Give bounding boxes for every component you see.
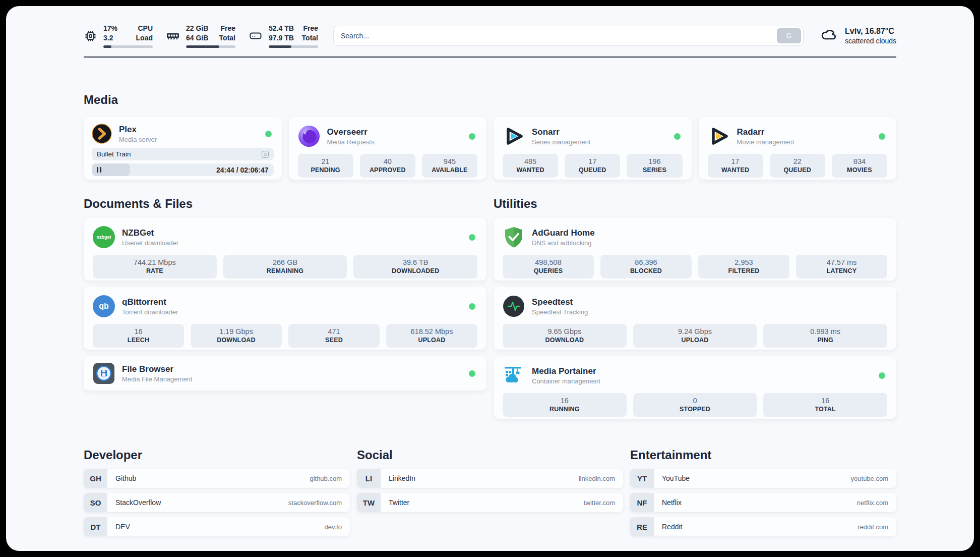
nzbget-icon: nzbget [93, 226, 115, 248]
stat-pill: 945 AVAILABLE [422, 154, 477, 178]
app-name: Speedtest [532, 297, 887, 307]
link-stackoverflow[interactable]: SO StackOverflow stackoverflow.com [84, 493, 350, 512]
link-abbr: GH [84, 469, 107, 488]
status-dot [265, 131, 272, 137]
app-card-qbittorrent[interactable]: qb qBittorrent Torrent downloader [84, 287, 486, 350]
stat-pill: 498,508 QUERIES [503, 255, 594, 278]
link-youtube[interactable]: YT YouTube youtube.com [630, 469, 896, 488]
link-name: StackOverflow [115, 498, 161, 507]
app-subtitle: Series management [532, 138, 667, 146]
app-name: AdGuard Home [532, 228, 887, 238]
app-name: NZBGet [122, 228, 462, 238]
stat-pill: 9.24 Gbps UPLOAD [633, 324, 757, 348]
stat-pill: 40 APPROVED [360, 154, 415, 178]
stat-pill: 0.993 ms PING [763, 324, 887, 348]
stat-pill: 618.52 Mbps UPLOAD [386, 324, 477, 348]
link-netflix[interactable]: NF Netflix netflix.com [630, 493, 896, 512]
link-abbr: SO [84, 493, 107, 512]
section-title-developer: Developer [84, 448, 350, 462]
now-playing-icon[interactable] [262, 151, 269, 158]
link-abbr: RE [630, 517, 654, 536]
link-url: reddit.com [858, 523, 888, 531]
app-subtitle: Usenet downloader [122, 239, 462, 247]
link-linkedin[interactable]: LI LinkedIn linkedin.com [357, 469, 623, 488]
stat-pill: 485 WANTED [503, 154, 558, 178]
disk-icon [249, 29, 263, 43]
app-card-sonarr[interactable]: Sonarr Series management 485 WANTED 17 Q… [494, 117, 692, 180]
link-github[interactable]: GH Github github.com [84, 469, 350, 488]
pause-button[interactable] [97, 167, 101, 173]
search-engine-button[interactable]: G [777, 28, 801, 43]
stat-pill: 266 GB REMAINING [223, 255, 347, 278]
app-card-plex[interactable]: Plex Media server Bullet Train 24:44 / 0… [84, 117, 282, 180]
link-url: youtube.com [851, 475, 888, 482]
app-subtitle: Movie management [737, 138, 872, 146]
app-card-radarr[interactable]: Radarr Movie management 17 WANTED 22 QUE… [699, 117, 897, 180]
radarr-icon [708, 125, 730, 147]
portainer-icon [503, 364, 525, 386]
app-name: Plex [119, 124, 258, 135]
app-card-overseerr[interactable]: Overseerr Media Requests 21 PENDING 40 A… [289, 117, 487, 180]
weather-summary: Lviv, 16.87°C [845, 27, 896, 36]
app-card-portainer[interactable]: Media Portainer Container management 16 … [494, 356, 896, 419]
link-url: linkedin.com [579, 475, 615, 482]
stat-pill: 47.57 ms LATENCY [796, 255, 887, 278]
app-card-nzbget[interactable]: nzbget NZBGet Usenet downloader 74 [84, 218, 486, 281]
link-name: YouTube [662, 474, 690, 482]
link-twitter[interactable]: TW Twitter twitter.com [357, 493, 623, 512]
link-name: Reddit [662, 523, 682, 531]
utilities-column: Utilities [494, 197, 896, 419]
stat-pill: 21 PENDING [298, 154, 353, 178]
now-playing-title: Bullet Train [97, 150, 131, 158]
entertainment-section: Entertainment YT YouTube youtube.com NF … [630, 448, 896, 536]
header-divider [84, 57, 896, 58]
sonarr-icon [503, 125, 525, 147]
stat-pill: 196 SERIES [627, 154, 682, 178]
playback-progress-bar[interactable]: 24:44 / 02:06:47 [92, 163, 274, 176]
link-abbr: TW [357, 493, 381, 512]
stat-pill: 471 SEED [288, 324, 380, 348]
speedtest-icon [503, 295, 525, 317]
search-input[interactable] [333, 26, 804, 46]
app-card-speedtest[interactable]: Speedtest Speedtest Tracking 9.65 Gbps D… [494, 287, 896, 350]
system-stats: 17% 3.2 CPU Load [84, 24, 318, 47]
stat-pill: 744.21 Mbps RATE [93, 255, 217, 278]
app-card-filebrowser[interactable]: File Browser Media File Management [84, 356, 486, 391]
link-dev[interactable]: DT DEV dev.to [84, 517, 350, 536]
link-name: Twitter [389, 498, 409, 507]
cpu-values: 17% 3.2 [103, 24, 117, 42]
weather-widget[interactable]: Lviv, 16.87°C scattered clouds [819, 25, 896, 47]
stat-pill: 2,953 FILTERED [698, 255, 789, 278]
playback-time: 24:44 / 02:06:47 [216, 166, 269, 174]
link-url: netflix.com [857, 499, 888, 507]
link-reddit[interactable]: RE Reddit reddit.com [630, 517, 896, 536]
ram-values: 22 GiB 64 GiB [186, 24, 208, 42]
app-subtitle: Torrent downloader [122, 308, 462, 316]
cpu-labels: CPU Load [136, 24, 153, 42]
qbittorrent-icon: qb [93, 295, 115, 317]
status-dot [469, 133, 475, 140]
cloud-icon [819, 25, 839, 47]
link-name: Github [115, 474, 136, 482]
app-subtitle: Speedtest Tracking [532, 308, 887, 316]
status-dot [674, 133, 681, 140]
link-abbr: LI [357, 469, 381, 488]
link-name: LinkedIn [389, 474, 415, 482]
filebrowser-icon [93, 362, 115, 384]
disk-progress-bar [269, 45, 318, 48]
disk-labels: Free Total [302, 24, 318, 42]
link-url: dev.to [325, 523, 342, 531]
weather-condition: scattered clouds [845, 37, 896, 45]
app-card-adguard[interactable]: AdGuard Home DNS and adblocking 498,508 … [494, 218, 896, 281]
cpu-stat: 17% 3.2 CPU Load [84, 24, 153, 47]
section-title-documents: Documents & Files [84, 197, 486, 211]
stat-pill: 0 STOPPED [633, 393, 757, 417]
disk-stat: 52.4 TB 97.9 TB Free Total [249, 24, 318, 47]
now-playing-bar[interactable]: Bullet Train [92, 148, 274, 160]
ram-labels: Free Total [219, 24, 235, 42]
ram-stat: 22 GiB 64 GiB Free Total [166, 24, 235, 47]
dashboard-panel: 17% 3.2 CPU Load [6, 6, 974, 551]
link-url: stackoverflow.com [288, 499, 342, 507]
stat-pill: 1.19 Gbps DOWNLOAD [191, 324, 282, 348]
app-subtitle: Media server [119, 136, 258, 143]
